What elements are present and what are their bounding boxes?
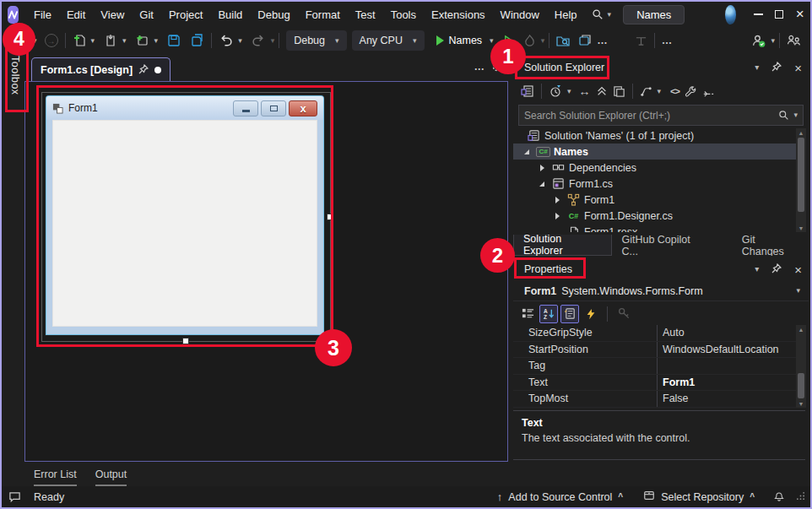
property-row-startposition[interactable]: StartPosition WindowsDefaultLocation xyxy=(513,342,796,359)
navigate-forward-button[interactable]: → xyxy=(42,30,61,51)
properties-header[interactable]: Properties ▾ × xyxy=(513,258,809,280)
sign-in-status-button[interactable] xyxy=(749,30,768,51)
scroll-down-icon[interactable]: ▼ xyxy=(796,224,806,232)
categorized-view-button[interactable] xyxy=(518,305,537,323)
window-position-chevron-icon[interactable]: ▾ xyxy=(755,265,759,273)
start-without-debugging-button[interactable] xyxy=(500,30,517,51)
designed-form-titlebar[interactable]: Form1 x xyxy=(46,96,323,120)
tab-github-copilot[interactable]: GitHub Copilot C... xyxy=(612,235,717,256)
minimize-button[interactable] xyxy=(748,2,769,27)
undo-button[interactable] xyxy=(216,30,235,51)
source-control-chevron-icon[interactable]: ^ xyxy=(618,492,623,501)
menu-debug[interactable]: Debug xyxy=(250,2,297,27)
solution-explorer-header[interactable]: Solution Explorer ▾ × xyxy=(513,57,809,79)
property-value[interactable] xyxy=(657,358,796,374)
start-debugging-button[interactable]: Names ▾ xyxy=(434,30,496,51)
feedback-names-badge[interactable]: Names xyxy=(623,5,685,24)
solution-explorer-search-input[interactable] xyxy=(524,110,776,122)
expander-icon[interactable] xyxy=(551,197,563,203)
tab-git-changes[interactable]: Git Changes xyxy=(733,235,809,256)
layout-overflow-button[interactable]: … xyxy=(659,30,675,51)
solution-platform-dropdown[interactable]: Any CPU ▾ xyxy=(352,30,425,51)
sign-in-chevron-icon[interactable]: ▾ xyxy=(771,37,775,45)
menu-help[interactable]: Help xyxy=(547,2,585,27)
pending-changes-filter-button[interactable] xyxy=(546,81,565,101)
document-tab-form1-design[interactable]: Form1.cs [Design] xyxy=(31,57,171,82)
scrollbar-thumb[interactable] xyxy=(798,138,804,212)
add-item-chevron-icon[interactable]: ▾ xyxy=(154,37,159,45)
menu-edit[interactable]: Edit xyxy=(59,2,93,27)
scroll-down-icon[interactable]: ▼ xyxy=(796,399,806,408)
solution-tree-scrollbar[interactable]: ▲ ▼ xyxy=(796,128,806,232)
property-value[interactable]: WindowsDefaultLocation xyxy=(657,342,796,358)
property-row-sizegripstyle[interactable]: SizeGripStyle Auto xyxy=(513,325,796,342)
save-all-button[interactable] xyxy=(188,30,207,51)
form-minimize-button[interactable] xyxy=(233,100,258,116)
feedback-smiley-icon[interactable] xyxy=(7,490,22,505)
pin-icon[interactable] xyxy=(771,62,782,74)
toolbox-vertical-tab[interactable]: Toolbox xyxy=(9,56,21,95)
expander-icon[interactable] xyxy=(521,149,533,154)
expander-icon[interactable] xyxy=(551,213,563,219)
search-icon[interactable] xyxy=(590,7,605,22)
maximize-button[interactable] xyxy=(769,2,790,27)
account-avatar[interactable] xyxy=(725,5,736,24)
close-icon[interactable]: × xyxy=(794,61,802,75)
property-pages-button[interactable] xyxy=(614,305,633,323)
search-icon[interactable] xyxy=(776,108,791,123)
designed-form-client-area[interactable] xyxy=(52,120,317,327)
add-item-button[interactable] xyxy=(133,30,152,51)
tree-item-form1-designer-cs[interactable]: C# Form1.Designer.cs xyxy=(513,208,796,224)
tab-error-list[interactable]: Error List xyxy=(34,468,77,483)
tree-item-form1-cs[interactable]: Form1.cs xyxy=(513,176,796,192)
snap-to-grid-button[interactable] xyxy=(632,30,650,51)
designed-form[interactable]: Form1 x xyxy=(46,96,323,334)
property-row-tag[interactable]: Tag xyxy=(513,358,796,375)
close-icon[interactable]: × xyxy=(794,263,802,277)
open-file-button[interactable] xyxy=(101,30,120,51)
property-row-topmost[interactable]: TopMost False xyxy=(513,391,796,408)
menu-window[interactable]: Window xyxy=(493,2,547,27)
selected-object-dropdown[interactable]: Form1 System.Windows.Forms.Form ▾ xyxy=(513,281,809,301)
solution-explorer-search-box[interactable]: ▾ xyxy=(518,105,804,126)
show-all-files-button[interactable] xyxy=(610,81,628,101)
form-maximize-button[interactable] xyxy=(261,100,286,116)
live-share-button[interactable] xyxy=(784,30,804,51)
redo-button[interactable] xyxy=(249,30,268,51)
save-button[interactable] xyxy=(165,30,183,51)
tree-item-dependencies[interactable]: Dependencies xyxy=(513,160,796,176)
forms-designer-surface[interactable]: Form1 x xyxy=(24,81,508,462)
notifications-bell-icon[interactable] xyxy=(773,490,785,504)
tab-solution-explorer[interactable]: Solution Explorer xyxy=(513,235,612,256)
property-row-text[interactable]: Text Form1 xyxy=(513,375,796,392)
collapse-all-button[interactable] xyxy=(593,81,610,101)
select-repository-button[interactable]: Select Repository xyxy=(661,491,744,503)
property-grid-scrollbar[interactable]: ▲ ▼ xyxy=(796,325,806,408)
form-close-button[interactable]: x xyxy=(289,100,317,116)
tree-item-solution[interactable]: Solution 'Names' (1 of 1 project) xyxy=(513,127,796,143)
tab-list-overflow-button[interactable]: … xyxy=(474,61,485,75)
expander-icon[interactable] xyxy=(536,165,548,171)
open-file-chevron-icon[interactable]: ▾ xyxy=(122,37,127,45)
menu-view[interactable]: View xyxy=(93,2,132,27)
property-value[interactable]: Auto xyxy=(657,325,796,341)
filter-chevron-icon[interactable]: ▾ xyxy=(567,88,571,95)
menu-project[interactable]: Project xyxy=(161,2,210,27)
close-button[interactable]: × xyxy=(789,2,810,27)
menu-tools[interactable]: Tools xyxy=(383,2,424,27)
new-file-chevron-icon[interactable]: ▾ xyxy=(91,37,95,45)
window-position-chevron-icon[interactable]: ▾ xyxy=(755,63,759,72)
menu-test[interactable]: Test xyxy=(348,2,383,27)
property-value[interactable]: False xyxy=(657,391,796,407)
hot-reload-button[interactable] xyxy=(521,30,539,51)
sync-with-active-document-button[interactable]: ↔ xyxy=(577,81,593,101)
scroll-up-icon[interactable]: ▲ xyxy=(796,128,806,137)
search-options-chevron-icon[interactable]: ▾ xyxy=(793,111,798,119)
scroll-up-icon[interactable]: ▲ xyxy=(796,325,806,333)
undo-chevron-icon[interactable]: ▾ xyxy=(238,37,242,45)
view-code-button[interactable]: <> xyxy=(668,81,682,101)
switch-environment-button[interactable] xyxy=(576,30,594,51)
new-file-button[interactable] xyxy=(70,30,89,51)
tree-item-project-names[interactable]: C# Names xyxy=(513,143,796,160)
scrollbar-thumb[interactable] xyxy=(798,373,804,398)
